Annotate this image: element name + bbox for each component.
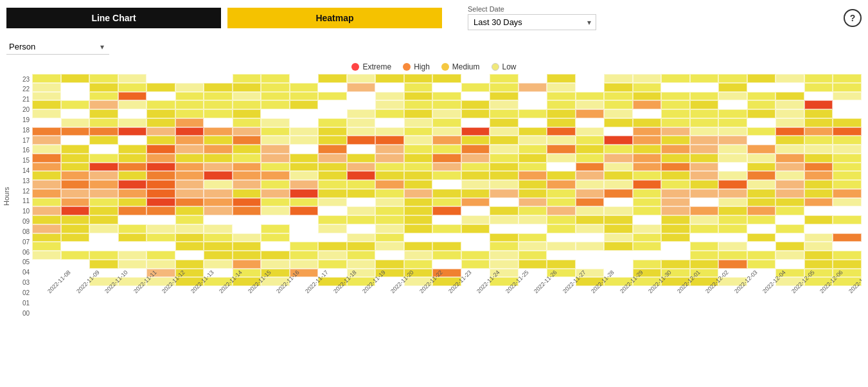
heatmap-cell: [633, 260, 662, 269]
heatmap-cell: [833, 198, 862, 207]
heatmap-cell: [233, 224, 261, 233]
heatmap-cell: [233, 83, 261, 92]
heatmap-cell: [261, 74, 290, 83]
heatmap-cell: [404, 145, 433, 154]
heatmap-cell: [204, 180, 233, 189]
heatmap-cell: [233, 206, 261, 215]
heatmap-cell: [490, 215, 518, 224]
heatmap-cell: [89, 180, 118, 189]
heatmap-cell: [604, 74, 633, 83]
heatmap-cell: [32, 224, 61, 233]
heatmap-cell: [633, 163, 662, 172]
heatmap-cell: [318, 100, 347, 109]
heatmap-cell: [89, 260, 118, 269]
heatmap-cell: [833, 242, 862, 251]
heatmap-cell: [261, 251, 290, 260]
tab-heatmap[interactable]: Heatmap: [227, 8, 442, 28]
heatmap-cell: [804, 251, 833, 260]
heatmap-cell: [747, 154, 776, 163]
heatmap-cell: [775, 163, 804, 172]
heatmap-cell: [804, 242, 833, 251]
heatmap-cell: [233, 109, 261, 118]
heatmap-cell: [518, 242, 547, 251]
heatmap-cell: [775, 215, 804, 224]
heatmap-cell: [775, 136, 804, 145]
heatmap-cell: [261, 92, 290, 101]
heatmap-cell: [290, 145, 319, 154]
heatmap-cell: [261, 260, 290, 269]
heatmap-cell: [175, 118, 204, 127]
heatmap-cell: [204, 83, 233, 92]
heatmap-cell: [404, 74, 433, 83]
heatmap-cell: [404, 251, 433, 260]
heatmap-cell: [747, 215, 776, 224]
heatmap-cell: [690, 118, 719, 127]
y-axis-label: Hours: [0, 74, 13, 318]
date-dropdown[interactable]: Last 30 Days Last 7 Days Last 90 Days Cu…: [468, 14, 596, 30]
help-button[interactable]: ?: [844, 9, 862, 27]
heatmap-cell: [518, 251, 547, 260]
heatmap-cell: [461, 251, 490, 260]
heatmap-cell: [718, 171, 747, 180]
person-dropdown[interactable]: Person All: [6, 39, 109, 55]
heatmap-cell: [204, 92, 233, 101]
heatmap-cell: [690, 206, 719, 215]
heatmap-cell: [375, 118, 404, 127]
y-tick-12: 12: [14, 186, 32, 196]
heatmap-cell: [490, 251, 518, 260]
heatmap-cell: [118, 118, 147, 127]
heatmap-cell: [290, 74, 319, 83]
heatmap-cell: [204, 215, 233, 224]
heatmap-cell: [490, 163, 518, 172]
heatmap-cell: [61, 198, 90, 207]
heatmap-cell: [518, 145, 547, 154]
heatmap-cell: [32, 189, 61, 198]
heatmap-cell: [490, 198, 518, 207]
heatmap-cell: [290, 154, 319, 163]
heatmap-cell: [833, 180, 862, 189]
heatmap-cell: [547, 198, 576, 207]
heatmap-cell: [375, 233, 404, 242]
heatmap-cell: [375, 198, 404, 207]
heatmap-cell: [432, 251, 461, 260]
heatmap-cell: [318, 74, 347, 83]
heatmap-cell: [175, 127, 204, 136]
heatmap-cell: [432, 224, 461, 233]
heatmap-cell: [175, 180, 204, 189]
heatmap-cell: [461, 171, 490, 180]
heatmap-cell: [175, 109, 204, 118]
heatmap-cell: [833, 206, 862, 215]
heatmap-cell: [61, 163, 90, 172]
heatmap-cell: [804, 118, 833, 127]
heatmap-cell: [633, 136, 662, 145]
heatmap-cell: [633, 92, 662, 101]
heatmap-cell: [375, 215, 404, 224]
heatmap-cell: [404, 224, 433, 233]
heatmap-cell: [118, 136, 147, 145]
heatmap-cell: [690, 260, 719, 269]
heatmap-cell: [490, 92, 518, 101]
heatmap-row-6: [32, 224, 862, 233]
heatmap-cell: [661, 171, 690, 180]
heatmap-cell: [804, 198, 833, 207]
heatmap-cell: [775, 145, 804, 154]
heatmap-cell: [318, 198, 347, 207]
heatmap-cell: [547, 189, 576, 198]
heatmap-cell: [518, 118, 547, 127]
heatmap-cell: [146, 136, 175, 145]
heatmap-cell: [633, 171, 662, 180]
heatmap-cell: [175, 198, 204, 207]
heatmap-cell: [804, 233, 833, 242]
heatmap-cell: [61, 83, 90, 92]
heatmap-cell: [490, 83, 518, 92]
heatmap-cell: [233, 189, 261, 198]
tab-line-chart[interactable]: Line Chart: [6, 8, 221, 28]
heatmap-cell: [175, 100, 204, 109]
heatmap-row-11: [32, 180, 862, 189]
heatmap-cell: [375, 154, 404, 163]
heatmap-cell: [690, 163, 719, 172]
heatmap-cell: [233, 127, 261, 136]
heatmap-cell: [290, 109, 319, 118]
heatmap-cell: [690, 100, 719, 109]
heatmap-cell: [633, 189, 662, 198]
